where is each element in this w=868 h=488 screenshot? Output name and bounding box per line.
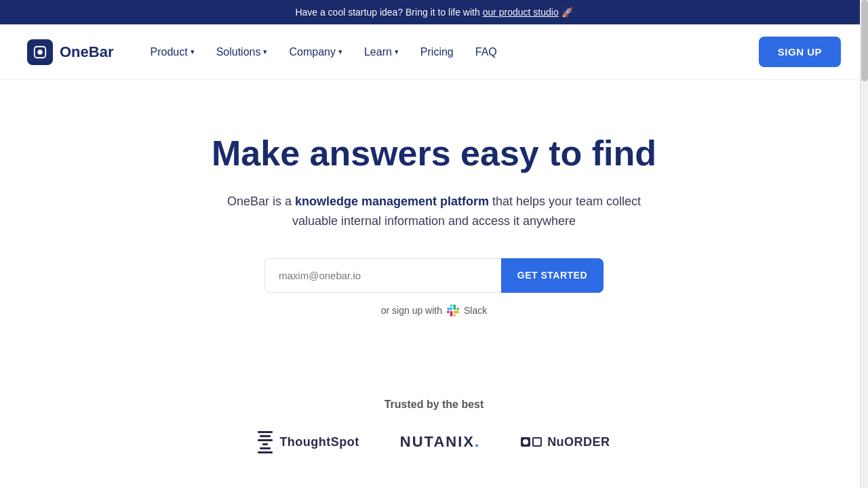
nuorder-logo: NuORDER — [521, 435, 610, 449]
thoughtspot-icon — [258, 431, 273, 453]
nav-item-faq[interactable]: FAQ — [466, 41, 507, 64]
nutanix-text: NUTANIX. — [400, 433, 480, 450]
banner-emoji: 🚀 — [561, 7, 573, 18]
banner-text: Have a cool startup idea? Bring it to li… — [295, 7, 479, 18]
get-started-button[interactable]: GET STARTED — [501, 258, 604, 293]
email-input[interactable] — [264, 258, 501, 293]
nav-item-solutions[interactable]: Solutions ▾ — [207, 41, 277, 64]
logo-svg — [33, 45, 47, 60]
nav-label-product: Product — [150, 46, 187, 58]
slack-signup: or sign up with Slack — [27, 304, 841, 317]
hero-desc-prefix: OneBar is a — [227, 195, 295, 208]
nav-item-learn[interactable]: Learn ▾ — [355, 41, 408, 64]
slack-icon — [446, 304, 460, 317]
nav-item-company[interactable]: Company ▾ — [279, 41, 351, 64]
nav-label-learn: Learn — [364, 46, 392, 58]
logo-icon — [27, 39, 53, 65]
nuorder-icon — [521, 437, 542, 447]
nuorder-text: NuORDER — [547, 435, 610, 449]
hero-description: OneBar is a knowledge management platfor… — [217, 192, 651, 231]
logo-text: OneBar — [60, 43, 113, 61]
thoughtspot-logo: ThoughtSpot — [258, 431, 359, 453]
scrollbar[interactable] — [860, 0, 868, 481]
chevron-down-icon: ▾ — [338, 47, 342, 56]
hero-desc-bold: knowledge management platform — [295, 195, 489, 208]
trusted-label: Trusted by the best — [27, 399, 841, 411]
signup-button[interactable]: SIGN UP — [759, 37, 841, 67]
nav-label-faq: FAQ — [475, 46, 497, 58]
chevron-down-icon: ▾ — [395, 47, 399, 56]
trusted-logos: ThoughtSpot NUTANIX. NuORDER — [27, 431, 841, 453]
banner-link[interactable]: our product studio — [483, 7, 559, 18]
slack-signup-prefix: or sign up with — [381, 305, 442, 316]
top-banner: Have a cool startup idea? Bring it to li… — [0, 0, 868, 24]
chevron-down-icon: ▾ — [191, 47, 195, 56]
nav-item-pricing[interactable]: Pricing — [411, 41, 463, 64]
nav-label-solutions: Solutions — [216, 46, 261, 58]
chevron-down-icon: ▾ — [263, 47, 267, 56]
nutanix-logo: NUTANIX. — [400, 433, 480, 451]
nav-label-company: Company — [289, 46, 335, 58]
logo[interactable]: OneBar — [27, 39, 113, 65]
slack-label: Slack — [464, 305, 487, 316]
trusted-section: Trusted by the best ThoughtSpot NUTANIX. — [0, 399, 868, 481]
svg-point-1 — [37, 49, 42, 54]
nav-label-pricing: Pricing — [420, 46, 454, 58]
email-form: GET STARTED — [264, 258, 604, 293]
navbar: OneBar Product ▾ Solutions ▾ Company ▾ L… — [0, 24, 868, 80]
nav-links: Product ▾ Solutions ▾ Company ▾ Learn ▾ … — [140, 41, 758, 64]
hero-heading: Make answers easy to find — [27, 134, 841, 173]
nav-item-product[interactable]: Product ▾ — [140, 41, 203, 64]
thoughtspot-text: ThoughtSpot — [279, 435, 359, 449]
hero-section: Make answers easy to find OneBar is a kn… — [0, 80, 868, 399]
